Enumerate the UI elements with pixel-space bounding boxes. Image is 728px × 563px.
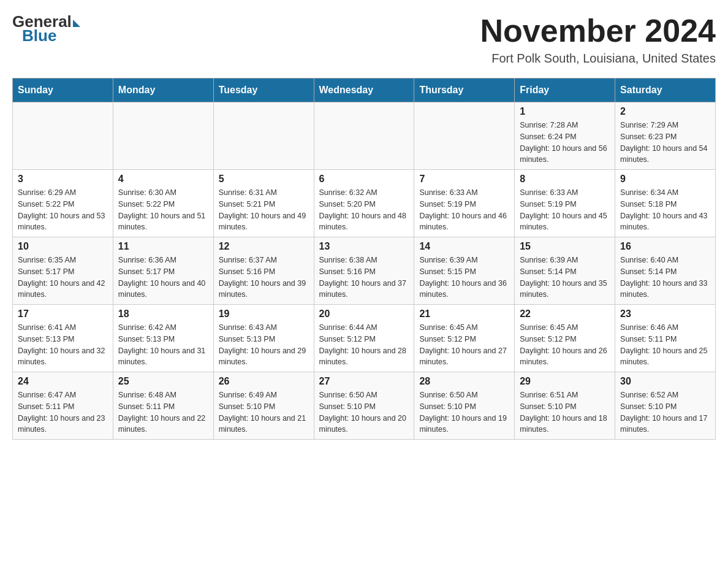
day-info: Sunrise: 6:47 AMSunset: 5:11 PMDaylight:… [18, 389, 108, 435]
day-number: 26 [219, 376, 309, 387]
day-info: Sunrise: 6:33 AMSunset: 5:19 PMDaylight:… [520, 187, 610, 233]
day-number: 7 [419, 174, 509, 185]
day-number: 22 [520, 308, 610, 320]
calendar-cell: 16Sunrise: 6:40 AMSunset: 5:14 PMDayligh… [615, 237, 716, 305]
calendar-cell: 15Sunrise: 6:39 AMSunset: 5:14 PMDayligh… [515, 237, 615, 305]
day-info: Sunrise: 6:39 AMSunset: 5:15 PMDaylight:… [419, 255, 509, 301]
week-row-1: 1Sunrise: 7:28 AMSunset: 6:24 PMDaylight… [13, 102, 716, 170]
calendar-cell: 18Sunrise: 6:42 AMSunset: 5:13 PMDayligh… [113, 305, 213, 372]
day-number: 1 [520, 106, 610, 117]
day-info: Sunrise: 7:28 AMSunset: 6:24 PMDaylight:… [520, 120, 610, 166]
day-number: 6 [319, 174, 409, 185]
calendar-cell: 28Sunrise: 6:50 AMSunset: 5:10 PMDayligh… [414, 372, 515, 440]
day-number: 10 [18, 241, 108, 252]
day-number: 17 [18, 308, 108, 320]
calendar-table: SundayMondayTuesdayWednesdayThursdayFrid… [12, 78, 716, 440]
logo-arrow-icon [73, 20, 80, 27]
day-info: Sunrise: 6:42 AMSunset: 5:13 PMDaylight:… [118, 322, 208, 368]
calendar-cell: 7Sunrise: 6:33 AMSunset: 5:19 PMDaylight… [414, 170, 515, 237]
calendar-cell: 1Sunrise: 7:28 AMSunset: 6:24 PMDaylight… [515, 102, 615, 170]
logo-blue-text: Blue [21, 26, 56, 45]
calendar-cell: 24Sunrise: 6:47 AMSunset: 5:11 PMDayligh… [13, 372, 113, 440]
day-info: Sunrise: 6:50 AMSunset: 5:10 PMDaylight:… [319, 389, 409, 435]
calendar-cell [414, 102, 515, 170]
day-number: 30 [620, 376, 710, 387]
calendar-cell: 17Sunrise: 6:41 AMSunset: 5:13 PMDayligh… [13, 305, 113, 372]
day-number: 25 [118, 376, 208, 387]
day-number: 11 [118, 241, 208, 252]
day-info: Sunrise: 7:29 AMSunset: 6:23 PMDaylight:… [620, 120, 710, 166]
day-info: Sunrise: 6:34 AMSunset: 5:18 PMDaylight:… [620, 187, 710, 233]
day-info: Sunrise: 6:45 AMSunset: 5:12 PMDaylight:… [520, 322, 610, 368]
calendar-cell: 13Sunrise: 6:38 AMSunset: 5:16 PMDayligh… [314, 237, 414, 305]
day-info: Sunrise: 6:43 AMSunset: 5:13 PMDaylight:… [219, 322, 309, 368]
day-number: 23 [620, 308, 710, 320]
title-area: November 2024 Fort Polk South, Louisiana… [480, 12, 716, 66]
calendar-cell: 12Sunrise: 6:37 AMSunset: 5:16 PMDayligh… [213, 237, 314, 305]
week-row-5: 24Sunrise: 6:47 AMSunset: 5:11 PMDayligh… [13, 372, 716, 440]
day-info: Sunrise: 6:35 AMSunset: 5:17 PMDaylight:… [18, 255, 108, 301]
day-number: 15 [520, 241, 610, 252]
day-info: Sunrise: 6:46 AMSunset: 5:11 PMDaylight:… [620, 322, 710, 368]
calendar-cell: 4Sunrise: 6:30 AMSunset: 5:22 PMDaylight… [113, 170, 213, 237]
calendar-cell [13, 102, 113, 170]
calendar-cell: 6Sunrise: 6:32 AMSunset: 5:20 PMDaylight… [314, 170, 414, 237]
calendar-cell: 5Sunrise: 6:31 AMSunset: 5:21 PMDaylight… [213, 170, 314, 237]
day-number: 29 [520, 376, 610, 387]
week-row-3: 10Sunrise: 6:35 AMSunset: 5:17 PMDayligh… [13, 237, 716, 305]
month-title: November 2024 [480, 12, 716, 49]
calendar-cell: 26Sunrise: 6:49 AMSunset: 5:10 PMDayligh… [213, 372, 314, 440]
day-info: Sunrise: 6:50 AMSunset: 5:10 PMDaylight:… [419, 389, 509, 435]
day-info: Sunrise: 6:52 AMSunset: 5:10 PMDaylight:… [620, 389, 710, 435]
logo: General Blue [12, 12, 80, 45]
day-info: Sunrise: 6:33 AMSunset: 5:19 PMDaylight:… [419, 187, 509, 233]
col-header-thursday: Thursday [414, 79, 515, 102]
col-header-tuesday: Tuesday [213, 79, 314, 102]
calendar-cell: 21Sunrise: 6:45 AMSunset: 5:12 PMDayligh… [414, 305, 515, 372]
day-info: Sunrise: 6:29 AMSunset: 5:22 PMDaylight:… [18, 187, 108, 233]
day-number: 4 [118, 174, 208, 185]
day-info: Sunrise: 6:37 AMSunset: 5:16 PMDaylight:… [219, 255, 309, 301]
calendar-cell: 23Sunrise: 6:46 AMSunset: 5:11 PMDayligh… [615, 305, 716, 372]
day-number: 18 [118, 308, 208, 320]
col-header-wednesday: Wednesday [314, 79, 414, 102]
calendar-cell: 20Sunrise: 6:44 AMSunset: 5:12 PMDayligh… [314, 305, 414, 372]
day-info: Sunrise: 6:45 AMSunset: 5:12 PMDaylight:… [419, 322, 509, 368]
day-info: Sunrise: 6:39 AMSunset: 5:14 PMDaylight:… [520, 255, 610, 301]
day-info: Sunrise: 6:32 AMSunset: 5:20 PMDaylight:… [319, 187, 409, 233]
day-number: 14 [419, 241, 509, 252]
calendar-cell: 8Sunrise: 6:33 AMSunset: 5:19 PMDaylight… [515, 170, 615, 237]
location-subtitle: Fort Polk South, Louisiana, United State… [480, 52, 716, 66]
page-header: General Blue November 2024 Fort Polk Sou… [12, 12, 716, 66]
day-number: 5 [219, 174, 309, 185]
day-number: 16 [620, 241, 710, 252]
calendar-cell: 2Sunrise: 7:29 AMSunset: 6:23 PMDaylight… [615, 102, 716, 170]
calendar-cell [113, 102, 213, 170]
week-row-2: 3Sunrise: 6:29 AMSunset: 5:22 PMDaylight… [13, 170, 716, 237]
day-number: 9 [620, 174, 710, 185]
day-number: 13 [319, 241, 409, 252]
day-info: Sunrise: 6:36 AMSunset: 5:17 PMDaylight:… [118, 255, 208, 301]
day-number: 20 [319, 308, 409, 320]
day-number: 12 [219, 241, 309, 252]
col-header-saturday: Saturday [615, 79, 716, 102]
day-info: Sunrise: 6:51 AMSunset: 5:10 PMDaylight:… [520, 389, 610, 435]
calendar-cell: 27Sunrise: 6:50 AMSunset: 5:10 PMDayligh… [314, 372, 414, 440]
day-number: 19 [219, 308, 309, 320]
day-info: Sunrise: 6:44 AMSunset: 5:12 PMDaylight:… [319, 322, 409, 368]
calendar-cell: 3Sunrise: 6:29 AMSunset: 5:22 PMDaylight… [13, 170, 113, 237]
day-number: 2 [620, 106, 710, 117]
day-info: Sunrise: 6:40 AMSunset: 5:14 PMDaylight:… [620, 255, 710, 301]
day-info: Sunrise: 6:48 AMSunset: 5:11 PMDaylight:… [118, 389, 208, 435]
day-info: Sunrise: 6:49 AMSunset: 5:10 PMDaylight:… [219, 389, 309, 435]
calendar-header-row: SundayMondayTuesdayWednesdayThursdayFrid… [13, 79, 716, 102]
day-info: Sunrise: 6:31 AMSunset: 5:21 PMDaylight:… [219, 187, 309, 233]
day-info: Sunrise: 6:41 AMSunset: 5:13 PMDaylight:… [18, 322, 108, 368]
day-number: 24 [18, 376, 108, 387]
calendar-cell: 22Sunrise: 6:45 AMSunset: 5:12 PMDayligh… [515, 305, 615, 372]
week-row-4: 17Sunrise: 6:41 AMSunset: 5:13 PMDayligh… [13, 305, 716, 372]
col-header-friday: Friday [515, 79, 615, 102]
day-number: 28 [419, 376, 509, 387]
calendar-cell: 9Sunrise: 6:34 AMSunset: 5:18 PMDaylight… [615, 170, 716, 237]
calendar-cell: 14Sunrise: 6:39 AMSunset: 5:15 PMDayligh… [414, 237, 515, 305]
